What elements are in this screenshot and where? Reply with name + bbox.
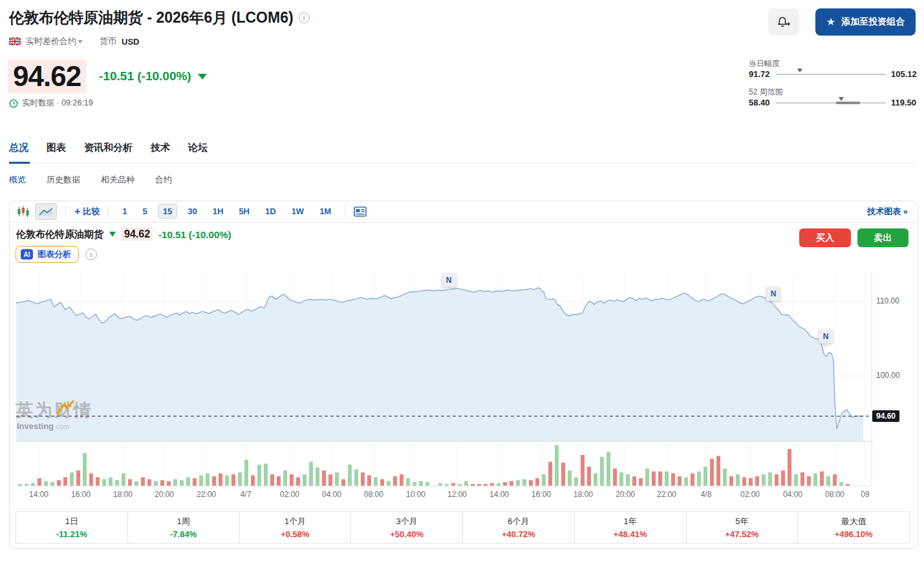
interval-5[interactable]: 5 — [138, 204, 153, 219]
perf-cell-1日[interactable]: 1日-11.21% — [16, 512, 127, 543]
instrument-page: 伦敦布伦特原油期货 - 2026年6月 (LCOM6) i 实时差价合约 货币 … — [0, 0, 924, 563]
candlestick-chart-button[interactable] — [17, 206, 30, 217]
news-marker-1[interactable]: N — [442, 273, 456, 287]
tabs-divider — [9, 163, 916, 164]
x-tick-04:00: 04:00 — [775, 490, 810, 499]
y-tick-100.00: 100.00 — [876, 371, 900, 380]
perf-cell-6个月[interactable]: 6个月+40.72% — [462, 512, 574, 543]
clock-icon — [9, 99, 18, 108]
day-range-label: 当日幅度 — [749, 58, 780, 69]
news-on-chart-button[interactable] — [354, 206, 367, 217]
perf-value: +48.41% — [614, 529, 647, 539]
chart-toolbar: + 比较 1515301H5H1D1W1M 技术图表 » — [9, 201, 918, 223]
compare-label: 比较 — [83, 206, 100, 217]
chart-subheader: 伦敦布伦特原油期货 94.62 -10.51 (-10.00%) — [16, 228, 231, 241]
subtab-历史数据[interactable]: 历史数据 — [47, 174, 80, 186]
area-chart-button-selected[interactable] — [35, 203, 57, 220]
perf-label: 最大值 — [841, 516, 866, 527]
page-title: 伦敦布伦特原油期货 - 2026年6月 (LCOM6) — [9, 8, 294, 28]
week52-range-marker — [839, 97, 844, 101]
perf-cell-最大值[interactable]: 最大值+496.10% — [797, 512, 909, 543]
ai-icon: AI — [21, 249, 33, 259]
plus-icon: + — [74, 206, 80, 217]
week52-range-high: 119.50 — [891, 98, 916, 107]
x-tick-09: 09 — [848, 490, 883, 499]
ai-chart-analysis-button[interactable]: AI 图表分析 — [16, 246, 79, 263]
tab-论坛[interactable]: 论坛 — [188, 142, 208, 154]
interval-buttons: 1515301H5H1D1W1M — [117, 204, 336, 219]
price-row: 94.62 -10.51 (-10.00%) — [8, 60, 207, 93]
interval-1M[interactable]: 1M — [314, 204, 336, 219]
interval-1[interactable]: 1 — [117, 204, 132, 219]
x-tick-16:00: 16:00 — [524, 490, 559, 499]
toolbar-divider — [65, 206, 66, 217]
x-tick-14:00: 14:00 — [21, 490, 56, 499]
x-tick-18:00: 18:00 — [105, 490, 140, 499]
x-tick-02:00: 02:00 — [733, 490, 768, 499]
x-tick-02:00: 02:00 — [272, 490, 307, 499]
watermark-en: Investing.com — [17, 421, 69, 431]
x-tick-4/8: 4/8 — [689, 490, 724, 499]
tab-资讯和分析[interactable]: 资讯和分析 — [84, 142, 133, 154]
price-down-arrow-icon — [198, 74, 207, 80]
technical-chart-link[interactable]: 技术图表 » — [867, 206, 908, 217]
perf-label: 1日 — [65, 516, 78, 527]
add-to-portfolio-button[interactable]: ★ 添加至投资组合 — [815, 8, 916, 36]
perf-cell-3个月[interactable]: 3个月+50.40% — [350, 512, 462, 543]
subtab-相关品种[interactable]: 相关品种 — [101, 174, 134, 186]
x-tick-12:00: 12:00 — [440, 490, 475, 499]
perf-label: 3个月 — [396, 516, 418, 527]
day-range-marker — [797, 69, 802, 72]
interval-1H[interactable]: 1H — [208, 204, 229, 219]
perf-value: +496.10% — [835, 529, 873, 539]
perf-cell-1周[interactable]: 1周-7.84% — [127, 512, 239, 543]
perf-value: +40.72% — [502, 529, 535, 539]
news-marker-3[interactable]: N — [819, 329, 833, 344]
chart-background-layer[interactable] — [9, 269, 919, 492]
performance-strip: 1日-11.21%1周-7.84%1个月+0.58%3个月+50.40%6个月+… — [16, 511, 910, 544]
x-tick-20:00: 20:00 — [147, 490, 182, 499]
y-tick-110.00: 110.00 — [876, 296, 899, 305]
tab-总况[interactable]: 总况 — [9, 142, 28, 154]
perf-label: 1年 — [624, 516, 637, 527]
instrument-meta-row: 实时差价合约 货币 USD — [9, 36, 139, 47]
ai-info-icon[interactable]: i — [85, 248, 97, 260]
sell-button[interactable]: 卖出 — [857, 228, 908, 247]
x-tick-08:00: 08:00 — [817, 490, 852, 499]
down-arrow-icon — [109, 232, 116, 237]
news-marker-2[interactable]: N — [766, 287, 780, 301]
x-tick-22:00: 22:00 — [649, 490, 684, 499]
x-tick-4/7: 4/7 — [228, 490, 263, 499]
subtab-概览[interactable]: 概览 — [9, 174, 26, 186]
tab-图表[interactable]: 图表 — [47, 142, 66, 154]
interval-1W[interactable]: 1W — [286, 204, 310, 219]
create-alert-button[interactable] — [768, 8, 799, 36]
x-tick-14:00: 14:00 — [482, 490, 517, 499]
active-tab-underline — [9, 162, 30, 164]
interval-1D[interactable]: 1D — [260, 204, 281, 219]
ai-analysis-label: 图表分析 — [38, 248, 71, 260]
watermark-en-bold: Investing — [17, 421, 54, 431]
instrument-type-dropdown[interactable]: 实时差价合约 — [26, 36, 83, 47]
subtab-合约[interactable]: 合约 — [155, 174, 172, 186]
x-tick-20:00: 20:00 — [608, 490, 643, 499]
price-change: -10.51 (-10.00%) — [99, 69, 191, 83]
interval-30[interactable]: 30 — [182, 204, 202, 219]
perf-cell-1年[interactable]: 1年+48.41% — [574, 512, 686, 543]
realtime-row: 实时数据 · 09:26:19 — [9, 98, 93, 109]
main-tabs: 总况图表资讯和分析技术论坛 — [9, 142, 208, 154]
week52-range-low: 58.40 — [749, 98, 770, 107]
interval-5H[interactable]: 5H — [233, 204, 255, 219]
compare-button[interactable]: + 比较 — [74, 206, 100, 217]
star-icon: ★ — [826, 17, 835, 27]
interval-15[interactable]: 15 — [158, 204, 177, 219]
x-tick-08:00: 08:00 — [356, 490, 391, 499]
buy-button[interactable]: 买入 — [799, 228, 851, 247]
tab-技术[interactable]: 技术 — [151, 142, 170, 154]
bell-plus-icon — [777, 16, 791, 28]
perf-cell-5年[interactable]: 5年+47.52% — [686, 512, 798, 543]
currency-value: USD — [122, 37, 139, 47]
title-info-icon[interactable]: i — [299, 12, 310, 23]
watermark-cn: 英为财情 — [16, 399, 93, 422]
perf-cell-1个月[interactable]: 1个月+0.58% — [239, 512, 351, 543]
